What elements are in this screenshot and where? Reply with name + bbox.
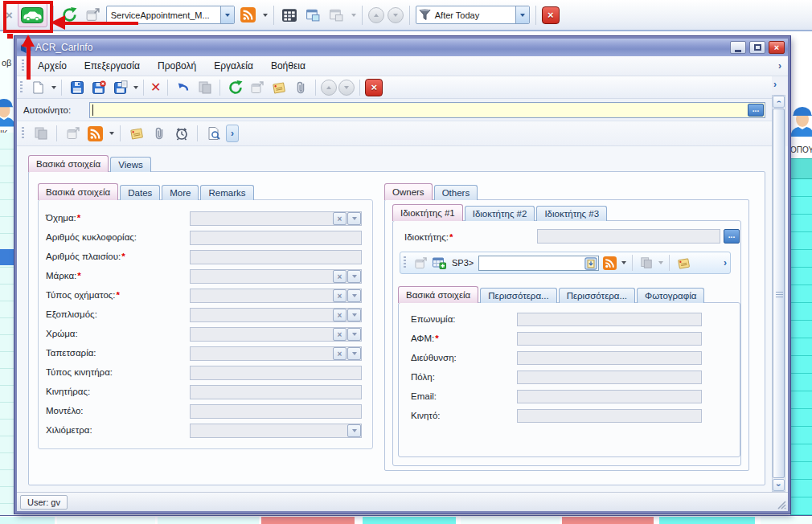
- model-input[interactable]: [190, 404, 362, 419]
- vehicle-type-combobox[interactable]: ×: [190, 289, 362, 303]
- save-close-button[interactable]: [88, 76, 109, 98]
- tab-person-basic[interactable]: Βασικά στοιχεία: [398, 286, 478, 303]
- copy-view-button[interactable]: [303, 4, 323, 26]
- menu-file[interactable]: Αρχείο: [30, 58, 75, 74]
- chevron-down-icon[interactable]: [347, 289, 361, 302]
- calendar-button[interactable]: [280, 4, 300, 26]
- chevron-down-icon[interactable]: [347, 309, 361, 321]
- tab-vehicle-basic[interactable]: Βασικά στοιχεία: [38, 183, 118, 200]
- vertical-scrollbar[interactable]: › ›: [772, 95, 785, 492]
- toolbar-overflow-chevron[interactable]: ›: [724, 257, 727, 268]
- window-titlebar[interactable]: ACR_CarInfo ×: [17, 39, 788, 56]
- notes-button[interactable]: [675, 252, 691, 274]
- clear-icon[interactable]: ×: [333, 328, 347, 341]
- paste-lookup-icon[interactable]: [584, 257, 597, 272]
- clear-icon[interactable]: ×: [333, 270, 347, 283]
- rss-feed-button[interactable]: [85, 123, 105, 145]
- toolbar-overflow-chevron[interactable]: ›: [773, 79, 777, 90]
- clear-icon[interactable]: ×: [333, 309, 347, 321]
- mobile-input[interactable]: [517, 409, 702, 423]
- tab-person-more-2[interactable]: Περισσότερα...: [559, 288, 635, 303]
- attachment-button[interactable]: [290, 76, 310, 98]
- toolbar-grip[interactable]: [20, 81, 23, 94]
- chevron-down-icon[interactable]: [515, 6, 529, 23]
- chevron-down-icon[interactable]: [263, 14, 268, 17]
- menu-help[interactable]: Βοήθεια: [263, 58, 314, 74]
- reminder-button[interactable]: [171, 123, 191, 145]
- save-button[interactable]: [67, 76, 87, 98]
- tab-person-more-1[interactable]: Περισσότερα...: [480, 288, 556, 303]
- scrollbar-thumb[interactable]: [773, 108, 785, 478]
- chassis-number-input[interactable]: [190, 250, 362, 264]
- city-input[interactable]: [517, 370, 702, 384]
- owner-input[interactable]: [537, 229, 720, 244]
- chevron-down-icon[interactable]: [347, 424, 361, 437]
- lookup-button[interactable]: ...: [724, 229, 740, 244]
- engine-type-input[interactable]: [190, 366, 362, 380]
- menu-tools[interactable]: Εργαλεία: [206, 58, 261, 74]
- chevron-down-icon[interactable]: [347, 212, 361, 225]
- tab-remarks[interactable]: Remarks: [200, 185, 253, 200]
- brand-combobox[interactable]: ×: [190, 269, 362, 284]
- attachment-button[interactable]: [149, 123, 169, 145]
- new-button[interactable]: [28, 76, 48, 98]
- maximize-button[interactable]: [749, 41, 765, 54]
- rss-feed-button[interactable]: [238, 4, 258, 26]
- rss-feed-button[interactable]: [601, 252, 617, 274]
- close-record-button[interactable]: ×: [365, 79, 383, 96]
- kilometers-spinner[interactable]: [190, 424, 362, 438]
- plate-number-input[interactable]: [190, 231, 362, 245]
- tab-owner-3[interactable]: Ιδιοκτήτης #3: [536, 206, 607, 221]
- preview-button[interactable]: [203, 123, 224, 145]
- tab-others[interactable]: Others: [434, 185, 478, 200]
- menu-view[interactable]: Προβολή: [150, 58, 204, 74]
- sp3-search-input[interactable]: [478, 256, 599, 271]
- chevron-down-icon[interactable]: [133, 86, 138, 89]
- tab-dates[interactable]: Dates: [120, 185, 160, 200]
- chevron-down-icon[interactable]: [109, 132, 114, 135]
- car-input[interactable]: ...: [89, 102, 765, 118]
- tab-owner-2[interactable]: Ιδιοκτήτης #2: [465, 206, 535, 221]
- notes-button[interactable]: [269, 76, 289, 98]
- company-name-input[interactable]: [517, 313, 702, 326]
- tab-photo[interactable]: Φωτογραφία: [637, 288, 704, 303]
- toolbar-overflow-chevron[interactable]: ›: [226, 125, 239, 142]
- new-list-item-button[interactable]: [431, 252, 447, 274]
- upholstery-combobox[interactable]: ×: [190, 346, 362, 361]
- undo-button[interactable]: [173, 76, 193, 98]
- color-combobox[interactable]: ×: [190, 327, 362, 342]
- scroll-down-button[interactable]: ›: [773, 479, 785, 491]
- tab-owner-1[interactable]: Ιδιοκτήτης #1: [392, 204, 463, 221]
- chevron-down-icon[interactable]: [347, 270, 361, 283]
- close-filter-button[interactable]: ×: [542, 6, 560, 24]
- tab-basic-info[interactable]: Βασικά στοιχεία: [28, 155, 109, 172]
- tab-views[interactable]: Views: [110, 157, 150, 172]
- email-input[interactable]: [517, 390, 702, 403]
- minimize-button[interactable]: [730, 41, 746, 54]
- clear-icon[interactable]: ×: [333, 212, 347, 225]
- menu-edit[interactable]: Επεξεργασία: [76, 58, 148, 74]
- vehicle-combobox[interactable]: ×: [190, 211, 362, 226]
- toolbar-grip[interactable]: [22, 59, 24, 72]
- toolbar-grip[interactable]: [22, 127, 24, 140]
- lookup-button[interactable]: ...: [748, 104, 764, 117]
- resize-grip[interactable]: [775, 498, 786, 510]
- delete-button[interactable]: ✕: [149, 80, 162, 95]
- tab-owners[interactable]: Owners: [384, 183, 433, 200]
- notes-button[interactable]: [126, 123, 146, 145]
- chevron-down-icon[interactable]: [621, 261, 626, 264]
- save-new-button[interactable]: [110, 76, 130, 98]
- toolbar-grip[interactable]: [404, 256, 406, 269]
- date-filter-combobox[interactable]: After Today: [416, 6, 530, 24]
- copy-secondary-button[interactable]: [326, 4, 347, 26]
- clear-icon[interactable]: ×: [333, 289, 347, 302]
- address-input[interactable]: [517, 351, 702, 365]
- engine-input[interactable]: [190, 385, 362, 399]
- close-window-button[interactable]: ×: [769, 41, 785, 54]
- clear-icon[interactable]: ×: [333, 347, 347, 360]
- chevron-down-icon[interactable]: [220, 6, 234, 23]
- vat-number-input[interactable]: [517, 332, 702, 346]
- scroll-up-button[interactable]: ›: [773, 96, 785, 108]
- chevron-down-icon[interactable]: [347, 328, 361, 341]
- equipment-combobox[interactable]: ×: [190, 308, 362, 322]
